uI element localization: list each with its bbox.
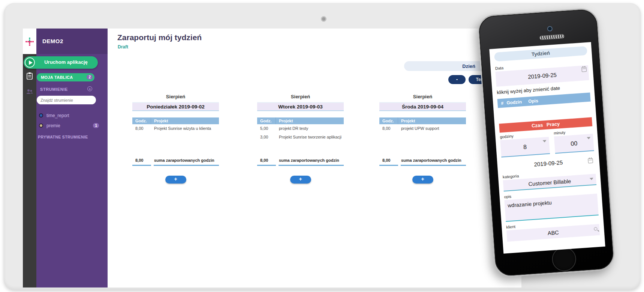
sidebar-item-my-board[interactable]: MOJA TABLICA 2: [37, 73, 94, 81]
col-num-header: #: [497, 98, 507, 108]
workspace-name: DEMO2: [42, 38, 63, 44]
add-entry-button[interactable]: +: [165, 176, 186, 184]
minutes-select[interactable]: 00: [554, 134, 594, 154]
chevron-down-icon: [590, 178, 593, 180]
total-label: suma zaraportowanych godzin: [401, 158, 466, 166]
category-value: Customer Billable: [528, 178, 571, 187]
private-streams-label: PRYWATNE STRUMIENIE: [38, 135, 88, 139]
my-board-badge: 2: [87, 75, 93, 80]
phone-home-button: [551, 246, 577, 272]
day-header: Poniedziałek 2019-09-02: [132, 102, 219, 111]
sidebar-item-time-report[interactable]: time_report: [37, 112, 100, 119]
month-label: Sierpień: [379, 94, 466, 100]
table-row[interactable]: 8,00 Projekt Sunrise wizyta u klienta: [132, 124, 219, 133]
row-project: projekt UPW support: [398, 124, 439, 133]
marketing-composite: DEMO2 Uruchom aplikację MOJA TABLICA 2 S…: [0, 0, 644, 292]
table-header: Godz. Projekt: [257, 117, 344, 124]
stream-badge: 1: [93, 123, 99, 128]
stream-search-input[interactable]: [37, 96, 96, 104]
total-hours: 8,00: [257, 158, 276, 166]
row-project: Projekt Sunrise wizyta u klienta: [151, 124, 211, 133]
stream-dot-icon: [39, 113, 43, 117]
row-hours: 8,00: [379, 124, 398, 133]
total-hours: 8,00: [132, 158, 151, 166]
table-total: 8,00 suma zaraportowanych godzin: [379, 158, 466, 166]
table-row[interactable]: 3,00 Projekt Sunrise tworzenie aplikacji: [257, 133, 344, 141]
col-hours-header: Godz.: [379, 117, 398, 124]
run-app-label: Uruchom aplikację: [38, 59, 94, 65]
sidebar-item-premie[interactable]: premie 1: [37, 122, 100, 129]
add-entry-button[interactable]: +: [290, 176, 311, 184]
page-title: Zaraportuj mój tydzień: [117, 33, 202, 42]
month-label: Sierpień: [257, 94, 344, 100]
row-hours: 8,00: [132, 124, 151, 133]
date-value: 2019-09-25: [528, 72, 557, 80]
table-header: Godz. Projekt: [379, 117, 466, 124]
streams-section-label: STRUMIENIE: [40, 87, 68, 92]
chevron-down-icon: [587, 137, 590, 140]
table-total: 8,00 suma zaraportowanych godzin: [257, 158, 344, 166]
row-hours: 5,00: [257, 124, 276, 133]
table-row[interactable]: [379, 133, 466, 141]
logo-cross-icon: [25, 38, 34, 46]
phone-frame: Tydzień Data 2019-09-25 kliknij wyżej ab…: [477, 8, 616, 278]
calendar-icon: [581, 67, 587, 72]
previous-week-button[interactable]: -: [448, 75, 466, 84]
app-logo[interactable]: [23, 29, 36, 54]
clipboard-icon[interactable]: [26, 72, 33, 80]
app-window: DEMO2 Uruchom aplikację MOJA TABLICA 2 S…: [23, 29, 521, 287]
row-hours: 3,00: [257, 133, 276, 141]
col-project-header: Projekt: [276, 117, 293, 124]
hours-select[interactable]: 8: [500, 137, 550, 157]
col-project-header: Projekt: [398, 117, 415, 124]
day-column-monday: Sierpień Poniedziałek 2019-09-02 Godz. P…: [132, 94, 219, 184]
total-hours: 8,00: [379, 158, 398, 166]
entry-date-value: 2019-09-25: [534, 159, 563, 167]
client-value: ABC: [547, 229, 559, 236]
minutes-value: 00: [571, 140, 578, 147]
my-board-label: MOJA TABLICA: [41, 75, 73, 80]
day-column-tuesday: Sierpień Wtorek 2019-09-03 Godz. Projekt…: [257, 94, 344, 184]
phone-speaker-icon: [539, 34, 565, 40]
row-hours: [379, 133, 398, 141]
total-label: suma zaraportowanych godzin: [154, 158, 219, 166]
workspace-header: DEMO2: [36, 29, 108, 54]
total-label: suma zaraportowanych godzin: [279, 158, 344, 166]
search-icon: [594, 227, 598, 231]
chevron-down-icon: [543, 140, 547, 143]
table-row[interactable]: 5,00 projekt DR testy: [257, 124, 344, 133]
tab-week[interactable]: Tydzień: [494, 46, 587, 62]
table-total: 8,00 suma zaraportowanych godzin: [132, 158, 219, 166]
hours-value: 8: [523, 144, 527, 151]
phone-screen: Tydzień Data 2019-09-25 kliknij wyżej ab…: [489, 42, 605, 254]
month-label: Sierpień: [132, 94, 219, 100]
stream-dot-icon: [39, 123, 43, 128]
status-badge: Draft: [118, 44, 128, 50]
add-entry-button[interactable]: +: [412, 176, 433, 184]
table-row[interactable]: [132, 133, 219, 141]
tablet-camera-icon: [321, 16, 326, 22]
table-header: Godz. Projekt: [132, 117, 219, 124]
row-project: Projekt Sunrise tworzenie aplikacji: [276, 133, 341, 141]
col-hours-header: Godz.: [257, 117, 276, 124]
day-column-wednesday: Sierpień Środa 2019-09-04 Godz. Projekt …: [379, 94, 466, 184]
calendar-icon: [588, 158, 593, 163]
stream-label: premie: [46, 123, 60, 128]
table-row[interactable]: 8,00 projekt UPW support: [379, 124, 466, 133]
row-project: [398, 133, 401, 141]
run-app-button[interactable]: Uruchom aplikację: [24, 56, 98, 69]
sidebar: DEMO2 Uruchom aplikację MOJA TABLICA 2 S…: [23, 29, 108, 287]
row-hours: [132, 133, 151, 141]
row-project: projekt DR testy: [276, 124, 308, 133]
day-toggle-label: Dzień: [462, 63, 475, 69]
stream-label: time_report: [46, 113, 69, 118]
day-header: Środa 2019-09-04: [379, 102, 466, 111]
play-icon: [25, 57, 35, 68]
col-hours-header: Godzin: [506, 97, 529, 107]
col-project-header: Projekt: [151, 117, 168, 124]
phone-camera-icon: [547, 26, 553, 32]
add-stream-icon[interactable]: +: [87, 86, 92, 91]
row-project: [151, 133, 154, 141]
people-icon[interactable]: [26, 88, 33, 95]
col-hours-header: Godz.: [132, 117, 151, 124]
